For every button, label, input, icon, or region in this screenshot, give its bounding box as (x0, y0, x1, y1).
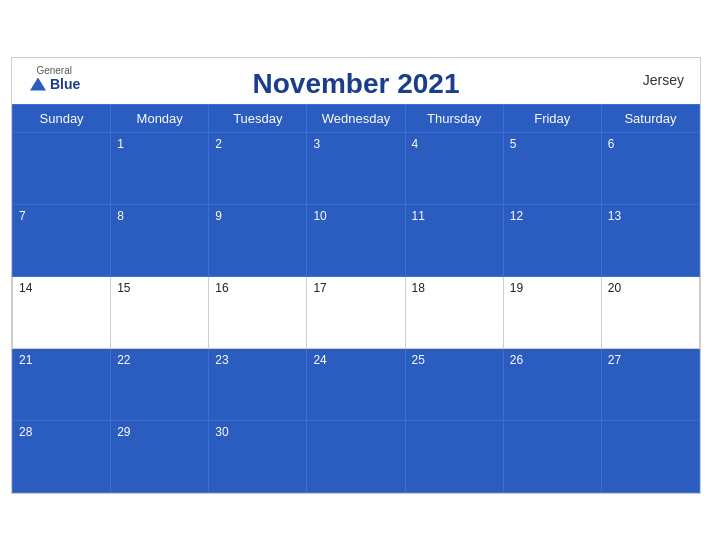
calendar-cell: 3 (307, 132, 405, 204)
calendar-cell: 27 (601, 348, 699, 420)
day-number: 14 (19, 281, 104, 295)
calendar-cell: 4 (405, 132, 503, 204)
day-number: 4 (412, 137, 497, 151)
calendar-cell: 13 (601, 204, 699, 276)
weekday-header-friday: Friday (503, 104, 601, 132)
day-number: 26 (510, 353, 595, 367)
calendar-cell: 17 (307, 276, 405, 348)
calendar-cell: 14 (13, 276, 111, 348)
day-number: 5 (510, 137, 595, 151)
calendar-cell: 29 (111, 420, 209, 492)
day-number: 6 (608, 137, 693, 151)
weekday-header-row: SundayMondayTuesdayWednesdayThursdayFrid… (13, 104, 700, 132)
weekday-header-tuesday: Tuesday (209, 104, 307, 132)
day-number: 25 (412, 353, 497, 367)
calendar-cell: 26 (503, 348, 601, 420)
calendar-cell: 11 (405, 204, 503, 276)
calendar-cell: 23 (209, 348, 307, 420)
week-row-2: 14151617181920 (13, 276, 700, 348)
day-number: 10 (313, 209, 398, 223)
day-number: 24 (313, 353, 398, 367)
day-number: 23 (215, 353, 300, 367)
week-row-0: 123456 (13, 132, 700, 204)
day-number: 1 (117, 137, 202, 151)
day-number: 30 (215, 425, 300, 439)
calendar-cell: 30 (209, 420, 307, 492)
brand-bird-icon (28, 76, 48, 92)
calendar-cell: 20 (601, 276, 699, 348)
week-row-3: 21222324252627 (13, 348, 700, 420)
day-number: 16 (215, 281, 300, 295)
day-number: 15 (117, 281, 202, 295)
calendar-cell: 10 (307, 204, 405, 276)
calendar-cell: 15 (111, 276, 209, 348)
week-row-1: 78910111213 (13, 204, 700, 276)
calendar-cell: 28 (13, 420, 111, 492)
calendar-header: General Blue November 2021 Jersey (12, 58, 700, 104)
calendar-wrapper: General Blue November 2021 Jersey Sunday… (11, 57, 701, 494)
day-number: 29 (117, 425, 202, 439)
day-number: 11 (412, 209, 497, 223)
calendar-cell: 21 (13, 348, 111, 420)
day-number: 8 (117, 209, 202, 223)
day-number: 17 (313, 281, 398, 295)
calendar-table: SundayMondayTuesdayWednesdayThursdayFrid… (12, 104, 700, 493)
svg-marker-0 (30, 77, 46, 90)
calendar-cell (503, 420, 601, 492)
day-number: 27 (608, 353, 693, 367)
weekday-header-thursday: Thursday (405, 104, 503, 132)
calendar-cell: 6 (601, 132, 699, 204)
day-number: 7 (19, 209, 104, 223)
calendar-cell: 24 (307, 348, 405, 420)
weekday-header-saturday: Saturday (601, 104, 699, 132)
week-row-4: 282930 (13, 420, 700, 492)
calendar-cell: 25 (405, 348, 503, 420)
calendar-cell: 18 (405, 276, 503, 348)
brand-blue-text: Blue (50, 77, 80, 91)
calendar-cell: 16 (209, 276, 307, 348)
calendar-cell: 9 (209, 204, 307, 276)
brand-logo-area: General Blue (28, 66, 80, 92)
day-number: 21 (19, 353, 104, 367)
calendar-cell (13, 132, 111, 204)
weekday-header-sunday: Sunday (13, 104, 111, 132)
calendar-cell (307, 420, 405, 492)
day-number: 13 (608, 209, 693, 223)
weekday-header-monday: Monday (111, 104, 209, 132)
day-number: 20 (608, 281, 693, 295)
calendar-cell: 7 (13, 204, 111, 276)
day-number: 28 (19, 425, 104, 439)
day-number: 12 (510, 209, 595, 223)
day-number: 3 (313, 137, 398, 151)
calendar-cell: 22 (111, 348, 209, 420)
day-number: 9 (215, 209, 300, 223)
calendar-cell: 12 (503, 204, 601, 276)
region-label: Jersey (643, 72, 684, 88)
day-number: 18 (412, 281, 497, 295)
day-number: 2 (215, 137, 300, 151)
weekday-header-wednesday: Wednesday (307, 104, 405, 132)
calendar-title: November 2021 (28, 68, 684, 100)
brand-general-text: General (36, 66, 72, 76)
calendar-cell (405, 420, 503, 492)
calendar-cell: 5 (503, 132, 601, 204)
calendar-cell: 1 (111, 132, 209, 204)
calendar-cell: 19 (503, 276, 601, 348)
calendar-cell: 8 (111, 204, 209, 276)
day-number: 19 (510, 281, 595, 295)
calendar-cell: 2 (209, 132, 307, 204)
day-number: 22 (117, 353, 202, 367)
calendar-cell (601, 420, 699, 492)
